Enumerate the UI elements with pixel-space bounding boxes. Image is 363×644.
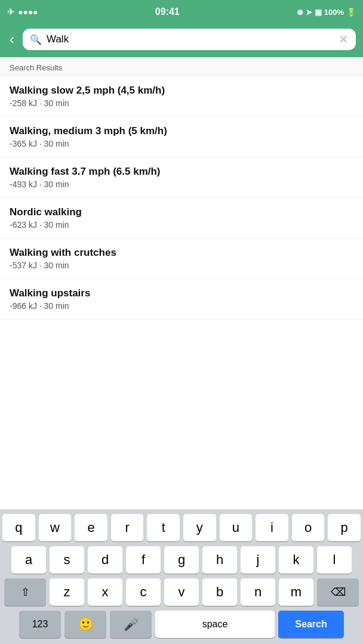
result-title: Walking, medium 3 mph (5 km/h) <box>10 125 353 137</box>
airplane-icon: ✈ <box>7 7 14 17</box>
key-m[interactable]: m <box>279 578 313 606</box>
result-meta: -258 kJ · 30 min <box>10 98 353 108</box>
key-n[interactable]: n <box>241 578 275 606</box>
key-s[interactable]: s <box>50 546 84 574</box>
keyboard: q w e r t y u i o p a s d f g h j k l ⇧ … <box>0 509 363 644</box>
key-h[interactable]: h <box>202 546 237 574</box>
key-f[interactable]: f <box>126 546 161 574</box>
screen-icon: ▣ <box>315 8 322 17</box>
key-i[interactable]: i <box>256 514 288 541</box>
section-header: Search Results <box>0 57 363 76</box>
key-p[interactable]: p <box>328 514 361 541</box>
keyboard-row-2: a s d f g h j k l <box>2 546 361 574</box>
status-bar: ✈ ●●●● 09:41 ⊕ ➤ ▣ 100% 🔋 <box>0 0 363 24</box>
result-item[interactable]: Walking upstairs -966 kJ · 30 min <box>0 279 363 320</box>
key-l[interactable]: l <box>317 546 352 574</box>
location-icon: ⊕ <box>297 8 303 17</box>
result-title: Nordic walking <box>10 206 353 218</box>
result-title: Walking with crutches <box>10 247 353 259</box>
result-item[interactable]: Walking with crutches -537 kJ · 30 min <box>0 239 363 279</box>
search-bar-container: ‹ 🔍 ✕ <box>0 24 363 57</box>
key-x[interactable]: x <box>88 578 122 606</box>
numbers-key[interactable]: 123 <box>19 611 61 638</box>
result-meta: -623 kJ · 30 min <box>10 220 353 230</box>
key-t[interactable]: t <box>147 514 180 541</box>
status-right: ⊕ ➤ ▣ 100% 🔋 <box>297 8 356 17</box>
key-d[interactable]: d <box>88 546 122 574</box>
space-key[interactable]: space <box>155 611 275 638</box>
key-r[interactable]: r <box>111 514 144 541</box>
key-z[interactable]: z <box>50 578 84 606</box>
battery-label: 100% <box>324 8 344 17</box>
shift-key[interactable]: ⇧ <box>4 578 46 606</box>
key-e[interactable]: e <box>75 514 107 541</box>
key-w[interactable]: w <box>39 514 72 541</box>
key-b[interactable]: b <box>202 578 237 606</box>
emoji-key[interactable]: 🙂 <box>64 611 106 638</box>
result-meta: -966 kJ · 30 min <box>10 301 353 311</box>
result-item[interactable]: Walking, medium 3 mph (5 km/h) -365 kJ ·… <box>0 117 363 157</box>
key-c[interactable]: c <box>126 578 161 606</box>
result-title: Walking upstairs <box>10 287 353 299</box>
back-button[interactable]: ‹ <box>7 30 17 49</box>
key-v[interactable]: v <box>164 578 199 606</box>
result-item[interactable]: Nordic walking -623 kJ · 30 min <box>0 198 363 239</box>
result-meta: -493 kJ · 30 min <box>10 179 353 189</box>
search-key[interactable]: Search <box>278 611 344 638</box>
result-meta: -537 kJ · 30 min <box>10 261 353 270</box>
result-item[interactable]: Walking slow 2,5 mph (4,5 km/h) -258 kJ … <box>0 76 363 117</box>
delete-key[interactable]: ⌫ <box>317 578 359 606</box>
status-time: 09:41 <box>155 7 180 17</box>
search-input[interactable] <box>47 33 334 45</box>
key-g[interactable]: g <box>164 546 199 574</box>
key-o[interactable]: o <box>292 514 325 541</box>
keyboard-row-1: q w e r t y u i o p <box>2 514 361 541</box>
nav-icon: ➤ <box>306 8 312 17</box>
result-item[interactable]: Walking fast 3.7 mph (6.5 km/h) -493 kJ … <box>0 157 363 198</box>
result-title: Walking slow 2,5 mph (4,5 km/h) <box>10 85 353 97</box>
key-q[interactable]: q <box>2 514 35 541</box>
search-icon: 🔍 <box>30 34 42 45</box>
key-a[interactable]: a <box>11 546 46 574</box>
keyboard-row-3: ⇧ z x c v b n m ⌫ <box>2 578 361 606</box>
results-list: Walking slow 2,5 mph (4,5 km/h) -258 kJ … <box>0 76 363 320</box>
key-k[interactable]: k <box>279 546 313 574</box>
key-u[interactable]: u <box>220 514 253 541</box>
microphone-key[interactable]: 🎤 <box>110 611 152 638</box>
keyboard-bottom-row: 123 🙂 🎤 space Search <box>2 611 361 638</box>
battery-icon: 🔋 <box>346 8 356 17</box>
result-meta: -365 kJ · 30 min <box>10 139 353 148</box>
key-y[interactable]: y <box>183 514 216 541</box>
search-input-wrapper: 🔍 ✕ <box>23 29 356 50</box>
key-j[interactable]: j <box>241 546 275 574</box>
signal-icon: ●●●● <box>18 7 38 17</box>
result-title: Walking fast 3.7 mph (6.5 km/h) <box>10 166 353 178</box>
status-left: ✈ ●●●● <box>7 7 38 17</box>
clear-button[interactable]: ✕ <box>339 33 349 45</box>
